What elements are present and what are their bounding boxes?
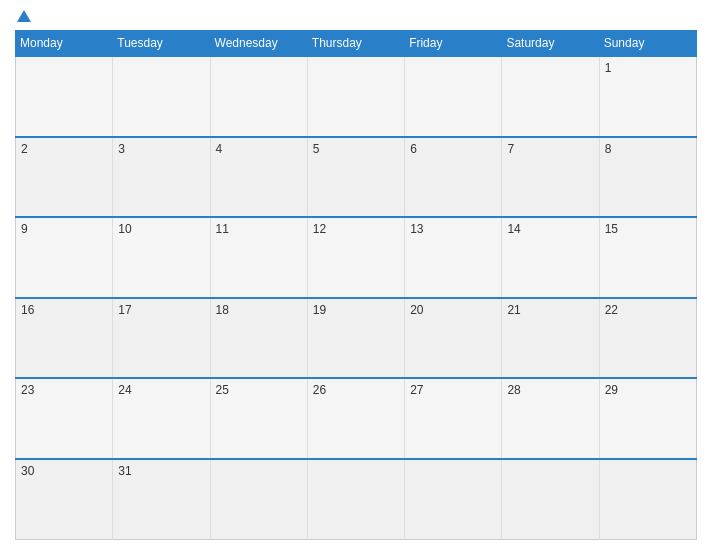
calendar-day-cell: 16 (16, 298, 113, 379)
calendar-day-cell: 10 (113, 217, 210, 298)
day-number: 7 (507, 142, 514, 156)
day-number: 21 (507, 303, 520, 317)
day-number: 26 (313, 383, 326, 397)
calendar-day-cell: 11 (210, 217, 307, 298)
calendar-day-cell (210, 56, 307, 137)
calendar-day-cell (599, 459, 696, 540)
calendar-day-cell: 12 (307, 217, 404, 298)
day-number: 2 (21, 142, 28, 156)
calendar-day-cell: 13 (405, 217, 502, 298)
calendar-day-cell (405, 56, 502, 137)
day-number: 18 (216, 303, 229, 317)
header (15, 10, 697, 26)
weekday-header-saturday: Saturday (502, 31, 599, 57)
day-number: 3 (118, 142, 125, 156)
calendar-page: MondayTuesdayWednesdayThursdayFridaySatu… (0, 0, 712, 550)
day-number: 29 (605, 383, 618, 397)
calendar-week-row: 23242526272829 (16, 378, 697, 459)
calendar-day-cell: 5 (307, 137, 404, 218)
calendar-day-cell (210, 459, 307, 540)
calendar-day-cell (16, 56, 113, 137)
day-number: 25 (216, 383, 229, 397)
weekday-header-thursday: Thursday (307, 31, 404, 57)
day-number: 23 (21, 383, 34, 397)
calendar-day-cell: 22 (599, 298, 696, 379)
day-number: 17 (118, 303, 131, 317)
day-number: 20 (410, 303, 423, 317)
calendar-day-cell: 3 (113, 137, 210, 218)
calendar-day-cell: 29 (599, 378, 696, 459)
calendar-day-cell: 30 (16, 459, 113, 540)
day-number: 22 (605, 303, 618, 317)
weekday-header-row: MondayTuesdayWednesdayThursdayFridaySatu… (16, 31, 697, 57)
day-number: 15 (605, 222, 618, 236)
weekday-header-sunday: Sunday (599, 31, 696, 57)
weekday-header-friday: Friday (405, 31, 502, 57)
calendar-day-cell: 24 (113, 378, 210, 459)
logo (15, 10, 31, 22)
logo-blue-text (15, 10, 31, 22)
day-number: 31 (118, 464, 131, 478)
day-number: 10 (118, 222, 131, 236)
calendar-day-cell: 20 (405, 298, 502, 379)
calendar-day-cell: 19 (307, 298, 404, 379)
calendar-day-cell (502, 459, 599, 540)
calendar-day-cell: 14 (502, 217, 599, 298)
weekday-header-wednesday: Wednesday (210, 31, 307, 57)
day-number: 28 (507, 383, 520, 397)
calendar-day-cell: 18 (210, 298, 307, 379)
calendar-day-cell: 21 (502, 298, 599, 379)
weekday-header-tuesday: Tuesday (113, 31, 210, 57)
calendar-day-cell (502, 56, 599, 137)
calendar-day-cell: 26 (307, 378, 404, 459)
calendar-week-row: 16171819202122 (16, 298, 697, 379)
calendar-day-cell (307, 56, 404, 137)
calendar-day-cell: 28 (502, 378, 599, 459)
day-number: 4 (216, 142, 223, 156)
day-number: 30 (21, 464, 34, 478)
calendar-day-cell: 31 (113, 459, 210, 540)
day-number: 19 (313, 303, 326, 317)
calendar-day-cell: 4 (210, 137, 307, 218)
calendar-day-cell (405, 459, 502, 540)
calendar-week-row: 1 (16, 56, 697, 137)
day-number: 1 (605, 61, 612, 75)
logo-triangle-icon (17, 10, 31, 22)
day-number: 5 (313, 142, 320, 156)
calendar-day-cell: 7 (502, 137, 599, 218)
calendar-day-cell: 17 (113, 298, 210, 379)
day-number: 27 (410, 383, 423, 397)
calendar-day-cell: 6 (405, 137, 502, 218)
calendar-day-cell: 1 (599, 56, 696, 137)
calendar-day-cell: 2 (16, 137, 113, 218)
calendar-table: MondayTuesdayWednesdayThursdayFridaySatu… (15, 30, 697, 540)
calendar-day-cell: 27 (405, 378, 502, 459)
calendar-day-cell: 15 (599, 217, 696, 298)
calendar-day-cell: 8 (599, 137, 696, 218)
day-number: 16 (21, 303, 34, 317)
calendar-day-cell (307, 459, 404, 540)
weekday-header-monday: Monday (16, 31, 113, 57)
day-number: 8 (605, 142, 612, 156)
day-number: 14 (507, 222, 520, 236)
day-number: 6 (410, 142, 417, 156)
calendar-week-row: 9101112131415 (16, 217, 697, 298)
calendar-day-cell: 23 (16, 378, 113, 459)
calendar-day-cell (113, 56, 210, 137)
calendar-week-row: 2345678 (16, 137, 697, 218)
calendar-day-cell: 25 (210, 378, 307, 459)
day-number: 13 (410, 222, 423, 236)
day-number: 24 (118, 383, 131, 397)
calendar-week-row: 3031 (16, 459, 697, 540)
day-number: 12 (313, 222, 326, 236)
calendar-day-cell: 9 (16, 217, 113, 298)
day-number: 11 (216, 222, 229, 236)
day-number: 9 (21, 222, 28, 236)
